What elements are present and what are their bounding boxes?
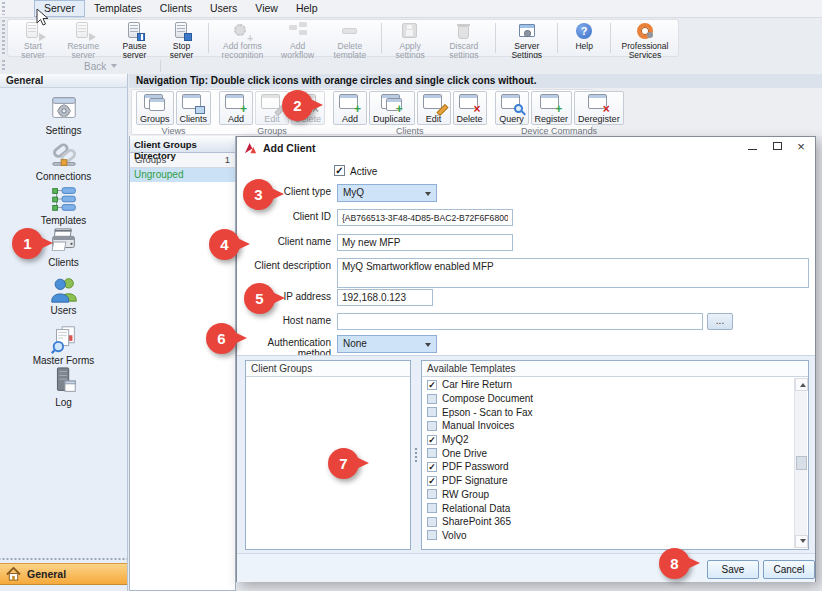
template-row-one-drive[interactable]: One Drive <box>423 446 794 460</box>
template-checkbox[interactable] <box>427 489 437 499</box>
main-toolbar: Start serverResume serverPause serverSto… <box>0 18 822 58</box>
maximize-button[interactable] <box>768 137 788 158</box>
templates-scrollbar[interactable] <box>794 378 807 548</box>
toolbar-grip <box>2 2 5 15</box>
menu-users[interactable]: Users <box>201 0 246 17</box>
template-row-compose-document[interactable]: Compose Document <box>423 392 794 406</box>
ribbon-clients-delete-button[interactable]: ×Delete <box>453 91 487 125</box>
ribbon-device-commands-deregister-button[interactable]: ×Deregister <box>574 91 624 125</box>
ribbon-button-label: Register <box>535 114 569 124</box>
browse-button[interactable]: ... <box>707 313 733 330</box>
scroll-down-arrow-icon[interactable] <box>795 535 808 548</box>
ribbon-group-caption: Views <box>162 126 186 136</box>
close-icon[interactable]: × <box>791 137 811 158</box>
template-checkbox[interactable]: ✓ <box>427 476 437 486</box>
sidebar-item-settings[interactable]: Settings <box>0 94 127 136</box>
master-forms-icon <box>0 324 127 354</box>
sidebar-item-templates[interactable]: Templates <box>0 184 127 226</box>
sidebar-item-log[interactable]: Log <box>0 366 127 408</box>
template-checkbox[interactable] <box>427 421 437 431</box>
template-checkbox[interactable] <box>427 448 437 458</box>
ribbon-views-groups-button[interactable]: Groups <box>136 91 174 125</box>
server-settings-icon <box>516 22 538 41</box>
template-label: Relational Data <box>442 503 510 514</box>
template-row-manual-invoices[interactable]: Manual Invoices <box>423 419 794 433</box>
template-row-sharepoint-365[interactable]: SharePoint 365 <box>423 515 794 529</box>
sidebar-item-master-forms[interactable]: Master Forms <box>0 324 127 366</box>
groups-column-header[interactable]: Groups 1 <box>130 153 235 168</box>
active-checkbox[interactable]: ✓ <box>334 165 345 176</box>
discard-settings-icon <box>453 22 475 41</box>
cancel-button[interactable]: Cancel <box>763 560 815 579</box>
scrollbar-thumb[interactable] <box>796 456 807 470</box>
minimize-button[interactable] <box>743 137 763 158</box>
authentication-method-select[interactable]: None <box>337 335 437 353</box>
chevron-down-icon <box>425 192 431 196</box>
ribbon-device-commands-query-button[interactable]: Query <box>495 91 529 125</box>
menu-templates[interactable]: Templates <box>85 0 151 17</box>
template-row-relational-data[interactable]: Relational Data <box>423 501 794 515</box>
delete-template-icon <box>339 22 361 41</box>
template-row-pdf-password[interactable]: ✓PDF Password <box>423 460 794 474</box>
template-row-volvo[interactable]: Volvo <box>423 529 794 543</box>
dialog-title-bar: Add Client × <box>237 137 815 159</box>
client-description-field[interactable]: MyQ Smartworkflow enabled MFP <box>337 258 809 288</box>
template-row-pdf-signature[interactable]: ✓PDF Signature <box>423 474 794 488</box>
toolbar-button-pause-server[interactable]: Pause server <box>111 21 159 61</box>
ribbon-strip: GroupsClientsViews+AddEdit×DeleteGroups+… <box>129 88 822 136</box>
template-checkbox[interactable]: ✓ <box>427 380 437 390</box>
toolbar-button-resume-server: Resume server <box>56 21 111 61</box>
menu-help[interactable]: Help <box>287 0 327 17</box>
save-button[interactable]: Save <box>707 560 759 579</box>
ribbon-group-clients: +Add+DuplicateEdit×DeleteClients <box>331 91 489 133</box>
ribbon-views-clients-button[interactable]: Clients <box>176 91 212 125</box>
template-row-epson-scan-to-fax[interactable]: Epson - Scan to Fax <box>423 405 794 419</box>
sidebar-item-connections[interactable]: Connections <box>0 140 127 182</box>
sidebar-item-label: Log <box>0 397 127 408</box>
sidebar-footer-general[interactable]: General <box>0 563 127 585</box>
ribbon-groups-add-button[interactable]: +Add <box>219 91 253 125</box>
client-type-select[interactable]: MyQ <box>337 184 437 202</box>
template-row-myq2[interactable]: ✓MyQ2 <box>423 433 794 447</box>
ribbon-clients-add-button[interactable]: +Add <box>333 91 367 125</box>
application-window: ServerTemplatesClientsUsersViewHelp Star… <box>0 0 822 591</box>
client-id-field[interactable] <box>337 209 513 226</box>
sidebar-item-users[interactable]: Users <box>0 274 127 316</box>
menu-bar: ServerTemplatesClientsUsersViewHelp <box>0 0 822 18</box>
available-templates-title: Available Templates <box>422 361 808 377</box>
group-row-ungrouped[interactable]: Ungrouped <box>130 168 235 182</box>
divider <box>495 23 496 53</box>
annotation-5: 5 <box>244 283 275 314</box>
template-checkbox[interactable] <box>427 394 437 404</box>
toolbar-button-stop-server[interactable]: Stop server <box>159 21 205 61</box>
ribbon-clients-edit-button[interactable]: Edit <box>417 91 451 125</box>
sidebar-footer-label: General <box>27 568 66 580</box>
template-label: Epson - Scan to Fax <box>442 407 533 418</box>
ip-address-field[interactable] <box>337 289 433 306</box>
scroll-up-arrow-icon[interactable] <box>795 378 808 391</box>
template-label: PDF Signature <box>442 475 508 486</box>
toolbar-button-server-settings[interactable]: Server Settings <box>499 21 554 61</box>
template-checkbox[interactable]: ✓ <box>427 435 437 445</box>
template-checkbox[interactable] <box>427 517 437 527</box>
menu-clients[interactable]: Clients <box>151 0 201 17</box>
client-name-field[interactable] <box>337 234 513 251</box>
template-checkbox[interactable]: ✓ <box>427 462 437 472</box>
template-checkbox[interactable] <box>427 407 437 417</box>
directory-title: Client Groups Directory <box>130 136 235 153</box>
panel-splitter[interactable] <box>412 360 420 550</box>
back-label: Back <box>84 61 106 72</box>
template-row-rw-group[interactable]: RW Group <box>423 488 794 502</box>
menu-view[interactable]: View <box>246 0 287 17</box>
template-row-car-hire-return[interactable]: ✓Car Hire Return <box>423 378 794 392</box>
sidebar-resize-grip[interactable] <box>0 556 127 561</box>
ribbon-device-commands-register-button[interactable]: +Register <box>531 91 573 125</box>
ribbon-clients-duplicate-button[interactable]: +Duplicate <box>369 91 415 125</box>
toolbar-button-professional-services[interactable]: Professional Services <box>614 21 676 61</box>
host-name-field[interactable] <box>337 313 703 330</box>
sidebar-header: General <box>0 74 128 88</box>
toolbar-button-help[interactable]: ?Help <box>561 21 607 52</box>
template-checkbox[interactable] <box>427 503 437 513</box>
template-checkbox[interactable] <box>427 530 437 540</box>
ribbon-group-caption: Clients <box>396 126 424 136</box>
